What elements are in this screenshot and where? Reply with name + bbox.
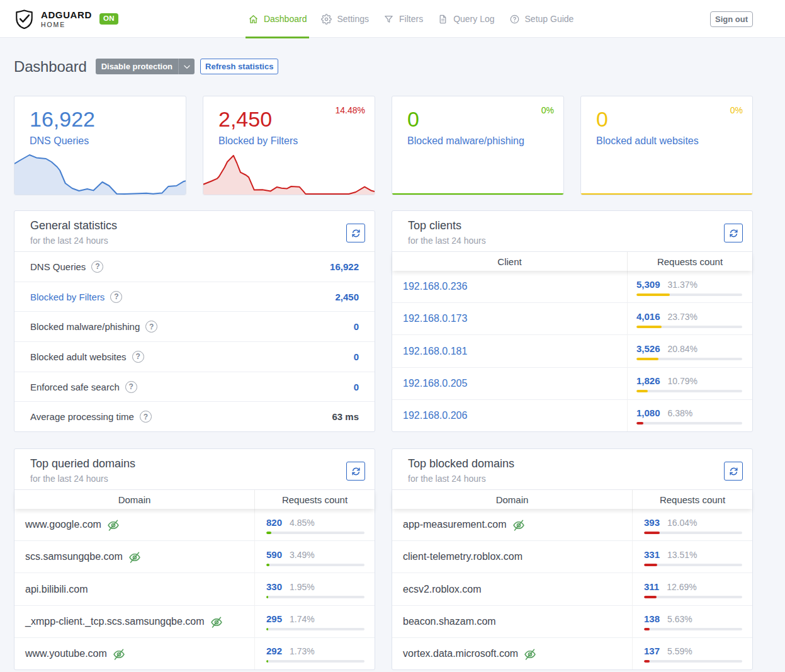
stat-row-label[interactable]: Blocked malware/phishing [30,321,140,332]
panel-header: Top queried domains for the last 24 hour… [14,449,375,490]
sign-out-button[interactable]: Sign out [710,11,753,27]
stat-row-label[interactable]: Blocked by Filters [30,292,104,302]
stat-card-label-link[interactable]: DNS Queries [30,135,89,147]
domain-cell: www.youtube.com [14,638,255,669]
request-count: 330 [266,581,282,592]
requests-cell: 331 13.51% [633,541,752,572]
percent-bar-fill [636,326,662,328]
client-cell: 192.168.0.173 [392,303,628,334]
percent-bar-track [266,596,364,598]
client-link[interactable]: 192.168.0.181 [403,346,467,357]
refresh-panel-button[interactable] [346,224,365,242]
client-cell: 192.168.0.236 [392,271,628,302]
general-statistics-row: DNS Queries ? 16,922 [14,252,375,282]
request-percent: 3.49% [290,550,315,560]
requests-cell: 137 5.59% [633,638,752,669]
stat-cards-row: 16,922 DNS Queries 14.48% 2,450 Blocked … [14,96,753,195]
nav-item[interactable]: Setup Guide [507,0,577,38]
client-cell: 192.168.0.181 [392,335,628,367]
refresh-statistics-button[interactable]: Refresh statistics [200,59,278,74]
column-header-domain[interactable]: Domain [14,490,255,509]
percent-bar-track [266,532,364,534]
percent-bar-track [266,660,364,663]
client-cell: 192.168.0.206 [392,400,628,431]
domain-name: scs.samsungqbe.com [25,551,123,562]
refresh-icon [351,228,361,239]
domain-row: www.youtube.com 292 1.73% [14,637,375,669]
nav-item-label: Dashboard [264,14,307,24]
disable-protection-dropdown-toggle[interactable] [178,59,195,74]
stat-card-label-link[interactable]: Blocked malware/phishing [407,135,524,147]
eye-off-icon[interactable] [128,551,141,564]
requests-top: 137 5.59% [644,646,742,656]
client-link[interactable]: 192.168.0.236 [403,281,467,292]
requests-cell: 292 1.73% [255,638,375,669]
percent-bar-fill [644,660,650,663]
requests-top: 295 1.74% [266,613,364,624]
disable-protection-button[interactable]: Disable protection [96,59,178,74]
nav-item[interactable]: Filters [381,0,426,38]
stat-card-label-link[interactable]: Blocked adult websites [596,135,699,147]
stat-row-label[interactable]: Enforced safe search [30,382,120,392]
panels-row-1: General statistics for the last 24 hours… [14,210,753,432]
requests-top: 330 1.95% [266,581,364,592]
client-link[interactable]: 192.168.0.206 [403,410,467,421]
help-icon[interactable]: ? [125,381,137,393]
eye-off-icon[interactable] [113,648,125,661]
request-count: 137 [644,646,660,656]
domain-cell: www.google.com [14,509,255,540]
percent-bar-track [644,596,742,598]
client-row: 192.168.0.173 4,016 23.73% [392,302,752,334]
requests-top: 138 5.63% [644,613,742,624]
refresh-panel-button[interactable] [346,462,365,481]
refresh-panel-button[interactable] [724,462,743,481]
stat-row-value: 16,922 [330,261,359,272]
adguard-shield-logo-icon [14,9,35,29]
stat-row-value: 0 [354,321,359,332]
stat-row-label[interactable]: Average processing time [30,411,134,422]
column-header-requests-count[interactable]: Requests count [633,490,752,509]
domain-name: vortex.data.microsoft.com [403,648,518,659]
requests-cell: 311 12.69% [633,573,752,605]
help-icon[interactable]: ? [140,411,152,423]
domain-cell: _xmpp-client._tcp.scs.samsungqbe.com [14,606,255,637]
help-icon[interactable]: ? [91,261,103,273]
panel-subtitle: for the last 24 hours [30,236,359,246]
stat-card-label-link[interactable]: Blocked by Filters [218,135,298,147]
client-link[interactable]: 192.168.0.173 [403,313,467,324]
refresh-panel-button[interactable] [724,224,743,242]
eye-off-icon[interactable] [210,616,223,629]
panel-title: Top queried domains [30,457,359,471]
help-icon[interactable]: ? [132,351,144,363]
panel-title: Top blocked domains [408,457,737,471]
nav-item[interactable]: Query Log [435,0,497,38]
request-count: 311 [644,581,659,592]
requests-top: 393 16.04% [644,517,742,528]
stat-row-label[interactable]: DNS Queries [30,261,86,272]
top-clients-panel: Top clients for the last 24 hours Client… [392,210,753,432]
nav-item[interactable]: Settings [319,0,371,38]
request-count: 138 [644,613,660,624]
table-header: Domain Requests count [14,490,375,509]
domain-name: www.youtube.com [25,648,107,659]
nav-item[interactable]: Dashboard [246,0,310,38]
help-icon[interactable]: ? [110,291,122,303]
client-link[interactable]: 192.168.0.205 [403,378,467,389]
column-header-requests-count[interactable]: Requests count [628,252,752,271]
domain-name: www.google.com [25,519,101,530]
column-header-domain[interactable]: Domain [392,490,633,509]
help-icon[interactable]: ? [145,321,157,333]
stat-row-label[interactable]: Blocked adult websites [30,351,127,362]
column-header-requests-count[interactable]: Requests count [255,490,375,509]
request-count: 1,080 [636,407,660,418]
requests-cell: 295 1.74% [255,606,375,637]
eye-off-icon[interactable] [512,519,525,532]
panel-header: Top blocked domains for the last 24 hour… [392,449,752,490]
eye-off-icon[interactable] [107,519,120,532]
requests-cell: 393 16.04% [633,509,752,540]
table-body: app-measurement.com 393 16.04% [392,509,752,669]
eye-off-icon[interactable] [524,648,536,661]
brand-text: ADGUARD HOME [41,10,92,28]
domain-cell: ecsv2.roblox.com [392,573,633,605]
column-header-client[interactable]: Client [392,252,628,271]
